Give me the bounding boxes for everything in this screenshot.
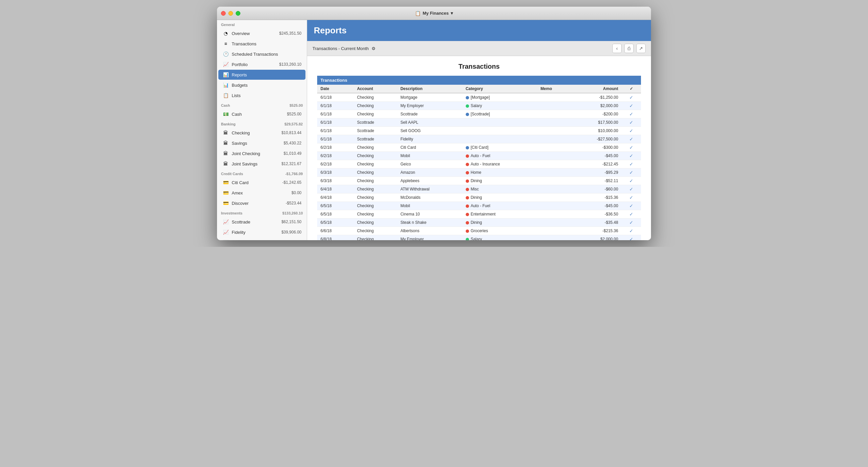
check-icon: ✓ <box>629 136 633 142</box>
table-section-header-row: Transactions <box>317 76 641 85</box>
check-icon: ✓ <box>629 178 633 184</box>
sidebar-item-transactions[interactable]: ≡ Transactions <box>218 39 306 49</box>
sidebar-item-amex[interactable]: 💳 Amex $0.00 <box>218 188 306 198</box>
table-row[interactable]: 6/8/18CheckingMy EmployerSalary$2,000.00… <box>317 235 641 240</box>
cell-date: 6/5/18 <box>317 219 353 227</box>
sidebar-item-discover[interactable]: 💳 Discover -$523.44 <box>218 198 306 208</box>
cell-description: Mobil <box>397 152 462 160</box>
title-dropdown-icon[interactable]: ▾ <box>451 11 453 16</box>
check-icon: ✓ <box>629 203 633 208</box>
sidebar-item-cash[interactable]: 💵 Cash $525.00 <box>218 109 306 119</box>
traffic-lights <box>221 11 240 16</box>
sidebar-item-portfolio[interactable]: 📈 Portfolio $133,260.10 <box>218 59 306 69</box>
cell-description: Cinema 10 <box>397 210 462 219</box>
sidebar-item-scottrade[interactable]: 📈 Scottrade $62,151.50 <box>218 217 306 227</box>
table-row[interactable]: 6/1/18CheckingMortgage[Mortgage]-$1,250.… <box>317 93 641 102</box>
table-row[interactable]: 6/1/18ScottradeSell GOOG$10,000.00✓ <box>317 127 641 135</box>
table-row[interactable]: 6/2/18CheckingMobilAuto - Fuel-$45.00✓ <box>317 152 641 160</box>
cell-category: Home <box>462 168 537 177</box>
sidebar-item-vanguard[interactable]: 📈 Vanguard $31,202.60 <box>218 237 306 240</box>
sidebar-item-checking[interactable]: 🏛 Checking $10,813.44 <box>218 128 306 138</box>
section-amount-banking: $29,575.82 <box>284 122 303 126</box>
cell-amount: -$200.00 <box>570 110 621 119</box>
check-icon: ✓ <box>629 228 633 234</box>
cell-date: 6/1/18 <box>317 102 353 110</box>
sidebar-item-fidelity[interactable]: 📈 Fidelity $39,906.00 <box>218 227 306 237</box>
cell-account: Checking <box>353 168 397 177</box>
cell-memo <box>537 119 570 127</box>
cell-memo <box>537 235 570 240</box>
category-label: Home <box>471 170 482 175</box>
sidebar-item-overview[interactable]: ◔ Overview $245,351.50 <box>218 28 306 38</box>
sidebar-item-scheduled[interactable]: 🕐 Scheduled Transactions <box>218 49 306 59</box>
cell-account: Checking <box>353 219 397 227</box>
cell-category: Auto - Fuel <box>462 152 537 160</box>
close-button[interactable] <box>221 11 226 16</box>
minimize-button[interactable] <box>228 11 233 16</box>
sidebar-item-budgets[interactable]: 📊 Budgets <box>218 80 306 90</box>
print-button[interactable]: ⎙ <box>624 44 633 53</box>
cell-date: 6/4/18 <box>317 194 353 202</box>
col-header-account: Account <box>353 85 397 93</box>
table-row[interactable]: 6/3/18CheckingAmazonHome-$95.29✓ <box>317 168 641 177</box>
table-row[interactable]: 6/1/18CheckingScottrade[Scottrade]-$200.… <box>317 110 641 119</box>
cell-account: Checking <box>353 143 397 152</box>
cell-category: [Mortgage] <box>462 93 537 102</box>
cell-account: Checking <box>353 202 397 210</box>
export-button[interactable]: ↗ <box>636 44 646 53</box>
cell-memo <box>537 110 570 119</box>
sidebar-item-label-joint-savings: Joint Savings <box>232 162 281 166</box>
table-row[interactable]: 6/3/18CheckingApplebeesDining-$52.11✓ <box>317 177 641 185</box>
cell-account: Checking <box>353 160 397 168</box>
budgets-icon: 📊 <box>222 82 229 89</box>
check-icon: ✓ <box>629 103 633 108</box>
table-row[interactable]: 6/1/18ScottradeFidelity-$27,500.00✓ <box>317 135 641 143</box>
sidebar-item-label-savings: Savings <box>232 141 284 146</box>
cell-date: 6/1/18 <box>317 127 353 135</box>
sidebar-item-joint-checking[interactable]: 🏛 Joint Checking $1,010.49 <box>218 148 306 159</box>
settings-icon[interactable]: ⚙ <box>372 46 376 51</box>
sidebar-item-joint-savings[interactable]: 🏛 Joint Savings $12,321.67 <box>218 159 306 169</box>
table-row[interactable]: 6/4/18CheckingATM WithdrawalMisc-$60.00✓ <box>317 185 641 194</box>
table-row[interactable]: 6/4/18CheckingMcDonaldsDining-$15.36✓ <box>317 194 641 202</box>
cell-category: Groceries <box>462 227 537 235</box>
back-icon: ‹ <box>616 46 618 51</box>
cell-description: My Employer <box>397 235 462 240</box>
table-row[interactable]: 6/1/18ScottradeSell AAPL$17,500.00✓ <box>317 119 641 127</box>
sidebar-item-reports[interactable]: 📊 Reports <box>218 70 306 80</box>
section-header-cash: Cash $525.00 <box>217 101 307 109</box>
report-name-label: Transactions - Current Month <box>312 46 369 51</box>
content-area: Reports Transactions - Current Month ⚙ ‹… <box>307 20 651 240</box>
cell-amount: -$300.00 <box>570 143 621 152</box>
sidebar-item-lists[interactable]: 📋 Lists <box>218 90 306 100</box>
table-row[interactable]: 6/2/18CheckingGeicoAuto - Insurance-$212… <box>317 160 641 168</box>
cell-account: Checking <box>353 102 397 110</box>
table-row[interactable]: 6/5/18CheckingMobilAuto - Fuel-$45.00✓ <box>317 202 641 210</box>
section-header-investments: Investments $133,260.10 <box>217 208 307 216</box>
cell-date: 6/3/18 <box>317 177 353 185</box>
table-row[interactable]: 6/6/18CheckingAlbertsonsGroceries-$215.3… <box>317 227 641 235</box>
cell-amount: $10,000.00 <box>570 127 621 135</box>
cell-memo <box>537 102 570 110</box>
cell-category <box>462 135 537 143</box>
table-row[interactable]: 6/5/18CheckingCinema 10Entertainment-$36… <box>317 210 641 219</box>
table-row[interactable]: 6/2/18CheckingCiti Card[Citi Card]-$300.… <box>317 143 641 152</box>
table-row[interactable]: 6/5/18CheckingSteak n ShakeDining-$35.48… <box>317 219 641 227</box>
sidebar-item-citi-card[interactable]: 💳 Citi Card -$1,242.65 <box>218 177 306 188</box>
sidebar-item-savings[interactable]: 🏛 Savings $5,430.22 <box>218 138 306 148</box>
maximize-button[interactable] <box>236 11 240 16</box>
cell-amount: $2,000.00 <box>570 235 621 240</box>
cell-category: Auto - Insurance <box>462 160 537 168</box>
cell-check: ✓ <box>622 177 641 185</box>
table-row[interactable]: 6/1/18CheckingMy EmployerSalary$2,000.00… <box>317 102 641 110</box>
category-label: Auto - Fuel <box>471 203 490 208</box>
check-icon: ✓ <box>629 162 633 167</box>
cell-date: 6/8/18 <box>317 235 353 240</box>
cell-category: Dining <box>462 177 537 185</box>
back-button[interactable]: ‹ <box>612 44 622 53</box>
sidebar-item-label-lists: Lists <box>232 93 302 98</box>
category-label: Salary <box>471 237 482 240</box>
cell-category: [Scottrade] <box>462 110 537 119</box>
sidebar-item-amount-joint-checking: $1,010.49 <box>284 151 302 156</box>
check-icon: ✓ <box>629 120 633 125</box>
